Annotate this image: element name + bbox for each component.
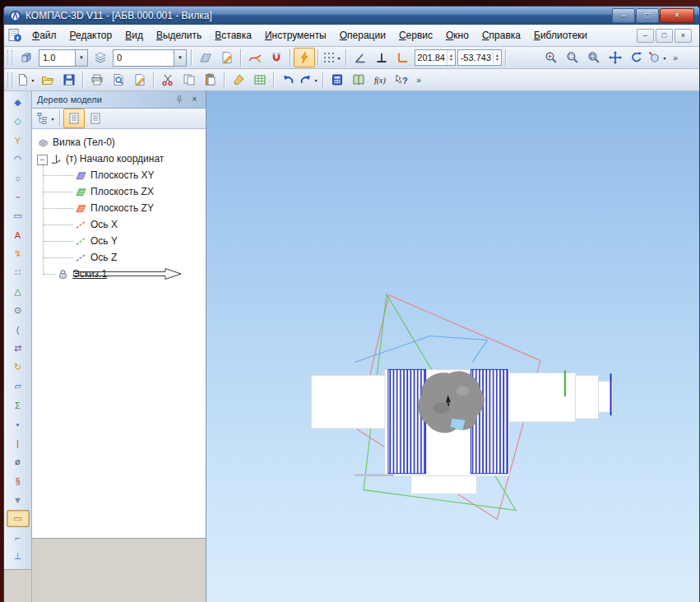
pan-button[interactable] xyxy=(605,48,626,67)
coord-x-field-spinner[interactable]: ▲▼ xyxy=(447,50,455,65)
snap-settings-button[interactable] xyxy=(266,48,287,67)
revolve-tool[interactable]: ↻ xyxy=(7,359,30,376)
coord-y-field-spinner[interactable]: ▲▼ xyxy=(493,50,501,65)
tree-item-axis-y[interactable]: Ось Y xyxy=(75,233,118,249)
tree-item-axis-x[interactable]: Ось X xyxy=(75,216,118,233)
grid-button[interactable]: ▾ xyxy=(322,48,343,67)
tree-display-button[interactable]: ▾ xyxy=(35,109,57,128)
composition-button[interactable] xyxy=(63,109,85,128)
paste-button[interactable] xyxy=(200,70,221,90)
save-button[interactable] xyxy=(58,70,80,90)
axes-orientation-button[interactable] xyxy=(392,48,414,67)
menu-item-11[interactable]: Библиотеки xyxy=(527,26,594,44)
mirror-tool[interactable]: ⇄ xyxy=(7,340,30,357)
child-restore-button[interactable]: □ xyxy=(656,29,673,43)
text-tool[interactable]: А xyxy=(7,226,30,243)
grid-button-caret[interactable]: ▾ xyxy=(336,55,342,61)
print-setup-button[interactable] xyxy=(129,70,151,90)
minimize-button[interactable]: – xyxy=(612,8,635,23)
menu-item-9[interactable]: Окно xyxy=(439,26,475,44)
arc-tool[interactable]: ◠ xyxy=(7,150,30,168)
menu-item-6[interactable]: Инструменты xyxy=(258,26,333,44)
filter-tool[interactable]: ▼ xyxy=(7,491,30,508)
sheet-metal-tool[interactable]: ⌐ xyxy=(7,529,30,546)
calculator-button[interactable] xyxy=(327,70,348,90)
layer-combo[interactable]: 0▼ xyxy=(113,49,187,67)
menu-item-10[interactable]: Справка xyxy=(475,26,527,44)
pin-icon[interactable] xyxy=(173,94,185,105)
coord-y-field[interactable]: -53.743▲▼ xyxy=(457,49,502,66)
menu-item-3[interactable]: Вид xyxy=(118,26,150,44)
coord-x-field[interactable]: 201.84▲▼ xyxy=(415,49,456,66)
new-document-button-caret[interactable]: ▾ xyxy=(30,77,36,83)
child-close-button[interactable]: × xyxy=(675,29,692,43)
surface-tool[interactable]: ◇ xyxy=(7,113,30,130)
copy-properties-button[interactable] xyxy=(228,70,249,90)
undo-button[interactable] xyxy=(277,70,299,90)
context-help-button[interactable]: ? xyxy=(391,70,412,90)
spline-tool[interactable]: ~ xyxy=(7,188,30,206)
hole-tool[interactable]: ⊙ xyxy=(7,302,30,319)
maximize-button[interactable]: □ xyxy=(636,8,659,23)
params-button[interactable] xyxy=(85,109,106,128)
array-tool[interactable]: ∷ xyxy=(7,264,30,281)
redo-button[interactable]: ▾ xyxy=(299,70,320,90)
new-document-button[interactable]: ▾ xyxy=(16,70,37,90)
layers-button[interactable] xyxy=(90,48,111,67)
fillet-tool[interactable]: ( xyxy=(7,321,30,338)
tree-display-button-caret[interactable]: ▾ xyxy=(49,116,56,122)
orientation-button[interactable]: ▾ xyxy=(647,48,669,67)
rectangle-tool[interactable]: ▭ xyxy=(7,207,30,225)
menu-item-5[interactable]: Вставка xyxy=(208,26,258,44)
layer-combo-dropdown[interactable]: ▼ xyxy=(174,50,186,66)
tree-item-plane-xy[interactable]: Плоскость XY xyxy=(75,167,155,183)
orientation-button-caret[interactable]: ▾ xyxy=(661,55,668,61)
menu-item-8[interactable]: Сервис xyxy=(392,26,439,44)
menu-item-4[interactable]: Выделить xyxy=(150,26,208,44)
scale-combo-dropdown[interactable]: ▼ xyxy=(75,50,87,66)
aux-geometry-tool[interactable]: Y xyxy=(7,132,30,149)
model-tree-header[interactable]: Дерево модели × xyxy=(32,91,206,109)
open-button[interactable] xyxy=(37,70,58,90)
preview-button[interactable] xyxy=(108,70,129,90)
print-button[interactable] xyxy=(86,70,108,90)
current-view-button[interactable] xyxy=(16,48,37,67)
constraint-tool[interactable]: ⊥ xyxy=(7,548,30,565)
tree-item-root[interactable]: Вилка (Тел-0) xyxy=(37,134,115,150)
standard-toolbar-grip[interactable] xyxy=(7,72,12,87)
local-cs-button[interactable] xyxy=(195,48,216,67)
zoom-all-button[interactable] xyxy=(583,48,605,67)
edit-spline-button[interactable] xyxy=(244,48,266,67)
measure-tool[interactable]: ⌀ xyxy=(7,453,30,470)
cut-button[interactable] xyxy=(157,70,178,90)
standard-toolbar-overflow-button[interactable]: » xyxy=(412,70,425,90)
zoom-in-button[interactable] xyxy=(540,48,562,67)
viewport-3d[interactable] xyxy=(206,91,699,602)
tree-item-sketch[interactable]: Эскиз:1 xyxy=(57,266,107,282)
rib-tool[interactable]: △ xyxy=(7,283,30,300)
rotate-button[interactable] xyxy=(626,48,647,67)
menu-item-1[interactable]: Файл xyxy=(25,26,63,44)
circle-tool[interactable]: ○ xyxy=(7,169,30,187)
variables-button[interactable]: f(x) xyxy=(369,70,391,90)
redo-button-caret[interactable]: ▾ xyxy=(313,77,319,83)
angle-snap-button[interactable] xyxy=(350,48,371,67)
mass-properties-tool[interactable]: Σ xyxy=(7,396,30,414)
hatch-tool[interactable]: ↯ xyxy=(7,245,30,262)
plane-tool[interactable]: ▱ xyxy=(7,377,30,395)
copy-button[interactable] xyxy=(178,70,200,90)
menu-item-7[interactable]: Операции xyxy=(333,26,392,44)
titlebar[interactable]: КОМПАС-3D V11 - [АБВ.000.001 - Вилка] –□… xyxy=(4,7,699,25)
specification-tool[interactable]: § xyxy=(7,472,30,489)
view-toolbar-overflow-button[interactable]: » xyxy=(669,48,682,67)
tree-item-plane-zx[interactable]: Плоскость ZX xyxy=(75,183,154,200)
view-toolbar-grip[interactable] xyxy=(7,50,12,65)
scale-combo[interactable]: 1.0▼ xyxy=(39,49,88,67)
child-minimize-button[interactable]: – xyxy=(637,29,654,43)
zoom-frame-button[interactable] xyxy=(562,48,583,67)
tree-item-origin[interactable]: (т) Начало координат xyxy=(50,150,164,167)
edit-sketch-button[interactable] xyxy=(216,48,238,67)
close-panel-icon[interactable]: × xyxy=(188,94,201,105)
axis-tool[interactable]: | xyxy=(7,434,30,452)
sketch-mode-tool[interactable]: ▭ xyxy=(7,510,30,527)
